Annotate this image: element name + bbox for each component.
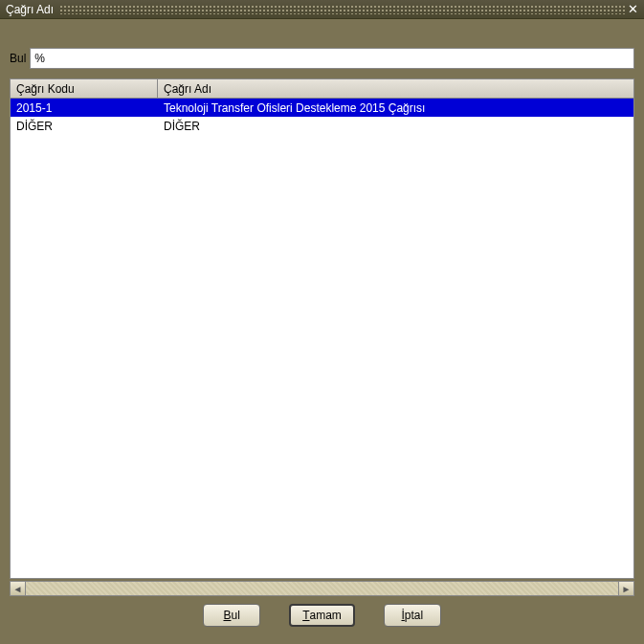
cell-adi: DİĞER <box>158 119 633 134</box>
window-title: Çağrı Adı <box>6 3 54 16</box>
table-header: Çağrı Kodu Çağrı Adı <box>11 79 633 99</box>
close-button[interactable]: ✕ <box>625 2 640 17</box>
cell-adi: Teknoloji Transfer Ofisleri Destekleme 2… <box>158 100 633 116</box>
button-row: Bul Tamam İptal <box>10 596 634 634</box>
cancel-button[interactable]: İptal <box>384 604 441 627</box>
titlebar: Çağrı Adı ✕ <box>0 0 644 19</box>
horizontal-scrollbar[interactable]: ◄ ► <box>10 581 634 596</box>
scroll-track[interactable] <box>26 582 618 595</box>
results-table: Çağrı Kodu Çağrı Adı 2015-1Teknoloji Tra… <box>10 78 634 579</box>
cell-kodu: DİĞER <box>11 119 158 134</box>
content-area: Bul Çağrı Kodu Çağrı Adı 2015-1Teknoloji… <box>0 19 644 644</box>
find-button[interactable]: Bul <box>203 604 260 627</box>
ok-button-rest: amam <box>310 609 342 622</box>
find-button-hotkey: B <box>223 609 231 622</box>
column-header-kodu[interactable]: Çağrı Kodu <box>11 79 158 98</box>
ok-button-hotkey: T <box>302 609 309 622</box>
table-row[interactable]: 2015-1Teknoloji Transfer Ofisleri Destek… <box>11 99 633 117</box>
search-row: Bul <box>10 48 634 69</box>
scroll-right-arrow-icon[interactable]: ► <box>618 582 633 595</box>
close-icon: ✕ <box>628 3 638 15</box>
table-row[interactable]: DİĞERDİĞER <box>11 117 633 135</box>
scroll-left-arrow-icon[interactable]: ◄ <box>11 582 26 595</box>
cancel-button-rest: ptal <box>405 609 423 622</box>
column-header-adi[interactable]: Çağrı Adı <box>158 79 633 98</box>
titlebar-grip <box>59 5 625 14</box>
table-body: 2015-1Teknoloji Transfer Ofisleri Destek… <box>11 99 633 578</box>
search-input[interactable] <box>30 48 634 69</box>
dialog-window: Çağrı Adı ✕ Bul Çağrı Kodu Çağrı Adı 201… <box>0 0 644 644</box>
ok-button[interactable]: Tamam <box>289 604 355 627</box>
search-label: Bul <box>10 52 26 65</box>
cell-kodu: 2015-1 <box>11 100 158 116</box>
find-button-rest: ul <box>231 609 239 622</box>
